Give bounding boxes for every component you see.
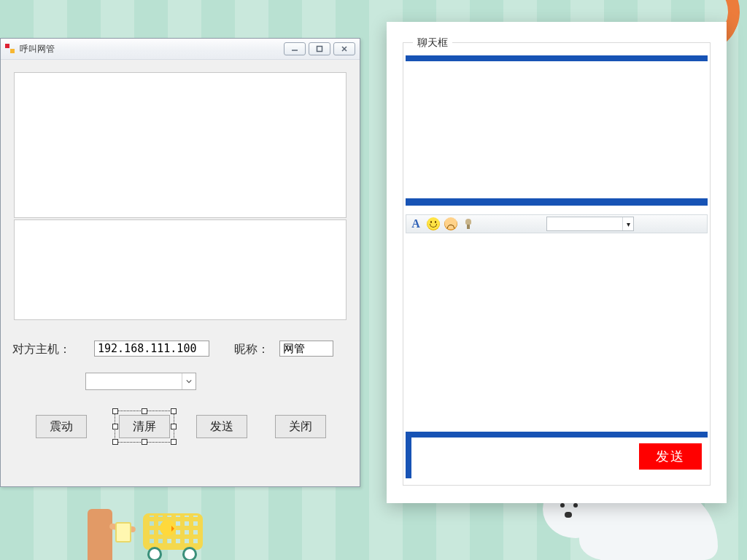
window-titlebar[interactable]: 呼叫网管 xyxy=(1,39,360,60)
app-icon xyxy=(5,44,15,54)
maximize-button[interactable] xyxy=(309,42,330,55)
options-combobox[interactable] xyxy=(85,373,196,390)
chat-card: 聊天框 A ▾ 发送 xyxy=(387,22,727,503)
send-button[interactable]: 发送 xyxy=(196,415,247,438)
chevron-down-icon: ▾ xyxy=(622,217,633,230)
divider-bar xyxy=(406,432,708,438)
window-title: 呼叫网管 xyxy=(20,43,284,55)
message-history-box[interactable] xyxy=(14,72,347,218)
svg-rect-0 xyxy=(317,47,322,52)
chat-history-area[interactable] xyxy=(406,61,708,198)
toolbar-combobox[interactable]: ▾ xyxy=(546,217,634,231)
shake-button-label: 震动 xyxy=(50,419,73,435)
host-label: 对方主机： xyxy=(12,342,71,357)
trophy-icon[interactable] xyxy=(462,217,475,230)
host-input[interactable] xyxy=(94,341,209,357)
send-button-label: 发送 xyxy=(210,419,233,435)
chat-send-label: 发送 xyxy=(656,448,685,465)
message-input-box[interactable] xyxy=(14,219,347,320)
chat-send-button[interactable]: 发送 xyxy=(639,443,702,470)
chat-compose-area[interactable] xyxy=(406,235,708,416)
divider-bar xyxy=(406,438,411,478)
shake-button[interactable]: 震动 xyxy=(36,415,87,438)
close-button[interactable]: 关闭 xyxy=(275,415,326,438)
chat-toolbar: A ▾ xyxy=(406,214,708,233)
minimize-button[interactable] xyxy=(284,42,306,55)
emoji-smile-icon[interactable] xyxy=(427,217,440,230)
close-window-button[interactable] xyxy=(333,42,355,55)
clear-button[interactable]: 清屏 xyxy=(119,415,170,438)
clear-button-label: 清屏 xyxy=(133,419,156,435)
font-icon[interactable]: A xyxy=(409,217,422,230)
emoji-sad-icon[interactable] xyxy=(444,217,457,230)
nickname-input[interactable] xyxy=(279,341,333,357)
window-client-area: 对方主机： 昵称： 震动 清屏 发送 关闭 xyxy=(8,66,352,479)
divider-bar xyxy=(406,55,708,61)
chat-groupbox-legend: 聊天框 xyxy=(413,36,452,50)
chevron-down-icon xyxy=(182,373,196,389)
close-button-label: 关闭 xyxy=(289,419,312,435)
chat-groupbox: 聊天框 A ▾ 发送 xyxy=(403,36,711,486)
nickname-label: 昵称： xyxy=(234,342,269,357)
divider-bar xyxy=(406,198,708,206)
call-admin-window: 呼叫网管 对方主机： 昵称： 震动 清屏 发送 关闭 xyxy=(0,38,360,487)
